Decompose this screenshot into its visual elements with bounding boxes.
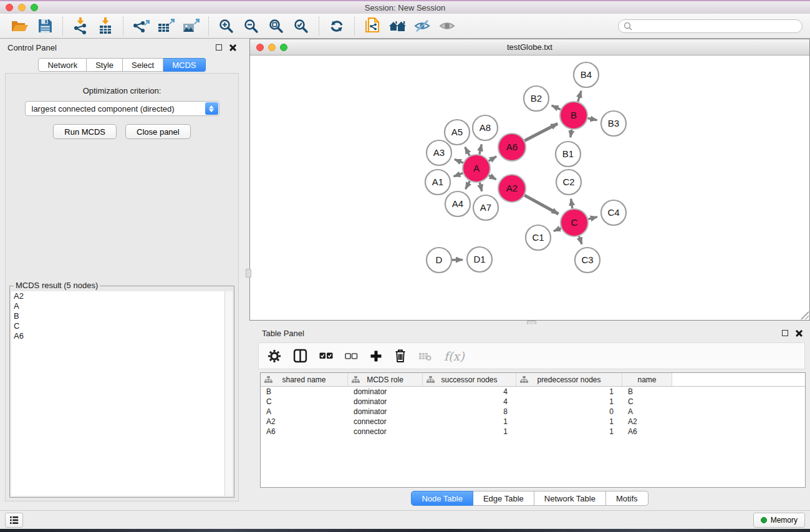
table-settings-button[interactable] xyxy=(268,349,281,363)
mcds-result-item[interactable]: A6 xyxy=(11,331,233,341)
tab-network[interactable]: Network xyxy=(38,58,87,72)
cell-successor-nodes[interactable]: 4 xyxy=(423,387,516,396)
zoom-in-button[interactable] xyxy=(214,16,239,37)
cell-name[interactable]: A6 xyxy=(622,427,672,436)
import-table-button[interactable] xyxy=(93,16,118,37)
graph-node-B4[interactable]: B4 xyxy=(574,62,599,87)
zoom-out-button[interactable] xyxy=(239,16,264,37)
graph-edge-C-C1[interactable] xyxy=(554,228,561,231)
cell-successor-nodes[interactable]: 4 xyxy=(423,397,516,406)
column-header-predecessor-nodes[interactable]: predecessor nodes xyxy=(516,373,622,386)
graph-edge-C-C3[interactable] xyxy=(579,236,582,244)
cell-shared-name[interactable]: B xyxy=(261,387,348,396)
close-panel-button[interactable]: Close panel xyxy=(125,124,191,139)
tab-node-table[interactable]: Node Table xyxy=(411,491,473,506)
tab-motifs[interactable]: Motifs xyxy=(606,491,648,506)
cell-successor-nodes[interactable]: 1 xyxy=(423,417,516,426)
result-list-scrollbar[interactable] xyxy=(224,291,233,496)
cell-successor-nodes[interactable]: 8 xyxy=(423,407,516,416)
close-table-panel-icon[interactable] xyxy=(796,330,803,337)
run-mcds-button[interactable]: Run MCDS xyxy=(53,124,117,139)
graph-node-C3[interactable]: C3 xyxy=(575,248,600,273)
tab-select[interactable]: Select xyxy=(123,58,163,72)
graph-edge-A6-B[interactable] xyxy=(524,123,557,140)
graph-node-C2[interactable]: C2 xyxy=(556,170,581,195)
graph-node-A2[interactable]: A2 xyxy=(498,175,526,202)
graph-node-B1[interactable]: B1 xyxy=(556,142,581,167)
mcds-result-item[interactable]: C xyxy=(11,321,233,331)
cell-predecessor-nodes[interactable]: 1 xyxy=(516,417,622,426)
memory-button[interactable]: Memory xyxy=(753,513,805,528)
network-zoom-button[interactable] xyxy=(280,44,287,51)
table-row[interactable]: A2connector11A2 xyxy=(261,417,805,427)
cell-MCDS-role[interactable]: dominator xyxy=(348,407,423,416)
graph-edge-A-A8[interactable] xyxy=(480,144,481,154)
graph-edge-B-B2[interactable] xyxy=(552,105,561,109)
export-image-button[interactable] xyxy=(178,16,203,37)
mcds-result-item[interactable]: A xyxy=(11,301,233,311)
export-table-button[interactable] xyxy=(153,16,178,37)
graph-edge-B-B1[interactable] xyxy=(571,130,572,138)
graph-node-A1[interactable]: A1 xyxy=(425,170,450,195)
graph-node-A[interactable]: A xyxy=(463,155,490,182)
cell-predecessor-nodes[interactable]: 0 xyxy=(516,407,622,416)
cell-MCDS-role[interactable]: connector xyxy=(348,427,423,436)
tab-edge-table[interactable]: Edge Table xyxy=(473,491,534,506)
graph-node-A6[interactable]: A6 xyxy=(498,133,526,161)
graph-node-A5[interactable]: A5 xyxy=(445,120,470,145)
deselect-all-button[interactable] xyxy=(345,352,358,360)
table-row[interactable]: Bdominator41B xyxy=(261,387,805,397)
cell-shared-name[interactable]: A6 xyxy=(261,427,348,436)
cell-name[interactable]: A2 xyxy=(622,417,672,426)
search-input[interactable] xyxy=(635,22,797,31)
graph-node-C1[interactable]: C1 xyxy=(526,225,551,250)
graph-edge-C-C4[interactable] xyxy=(588,217,597,220)
tab-mcds[interactable]: MCDS xyxy=(163,58,205,72)
cell-MCDS-role[interactable]: dominator xyxy=(348,397,423,406)
column-header-name[interactable]: name xyxy=(622,373,672,386)
graph-node-D1[interactable]: D1 xyxy=(467,247,492,272)
show-columns-button[interactable] xyxy=(293,349,307,363)
column-header-successor-nodes[interactable]: successor nodes xyxy=(423,373,516,386)
graph-edge-C-C2[interactable] xyxy=(571,199,572,208)
cell-MCDS-role[interactable]: dominator xyxy=(348,387,423,396)
graph-edge-A-A7[interactable] xyxy=(480,182,481,191)
mcds-result-item[interactable]: B xyxy=(11,311,233,321)
delete-button[interactable] xyxy=(394,349,407,363)
graph-node-B[interactable]: B xyxy=(560,102,587,129)
save-session-button[interactable] xyxy=(32,16,57,37)
network-close-button[interactable] xyxy=(256,44,264,51)
task-history-button[interactable] xyxy=(5,513,23,528)
table-row[interactable]: Cdominator41C xyxy=(261,397,805,407)
graph-edge-A-A3[interactable] xyxy=(455,159,463,163)
network-minimize-button[interactable] xyxy=(268,44,276,51)
cell-successor-nodes[interactable]: 1 xyxy=(423,427,516,436)
graph-edge-B-B3[interactable] xyxy=(588,118,597,120)
import-network-button[interactable] xyxy=(68,16,93,37)
zoom-fit-button[interactable] xyxy=(264,16,289,37)
cell-predecessor-nodes[interactable]: 1 xyxy=(516,397,622,406)
table-row[interactable]: A6connector11A6 xyxy=(261,427,805,437)
graph-node-B3[interactable]: B3 xyxy=(601,111,626,136)
graph-node-A7[interactable]: A7 xyxy=(473,195,498,220)
cell-shared-name[interactable]: C xyxy=(261,397,348,406)
graph-edge-A-A5[interactable] xyxy=(465,147,470,156)
graph-node-A3[interactable]: A3 xyxy=(427,140,451,165)
cell-name[interactable]: A xyxy=(622,407,672,416)
network-window-titlebar[interactable]: testGlobe.txt xyxy=(250,39,809,56)
close-panel-icon[interactable] xyxy=(229,44,236,51)
graph-edge-A-A1[interactable] xyxy=(453,173,463,177)
export-network-button[interactable] xyxy=(128,16,153,37)
column-header-shared-name[interactable]: shared name xyxy=(261,373,348,386)
show-graphics-details-button[interactable] xyxy=(435,16,460,37)
refresh-layout-button[interactable] xyxy=(324,16,349,37)
criterion-dropdown[interactable]: largest connected component (directed) xyxy=(25,101,219,116)
tab-network-table[interactable]: Network Table xyxy=(534,491,606,506)
graph-edge-A-A2[interactable] xyxy=(489,175,496,180)
table-row[interactable]: Adominator80A xyxy=(261,407,805,417)
tab-style[interactable]: Style xyxy=(87,58,123,72)
open-session-button[interactable] xyxy=(7,16,32,37)
select-all-button[interactable] xyxy=(319,351,333,360)
graph-edge-A-A4[interactable] xyxy=(466,181,470,189)
cell-predecessor-nodes[interactable]: 1 xyxy=(516,387,622,396)
